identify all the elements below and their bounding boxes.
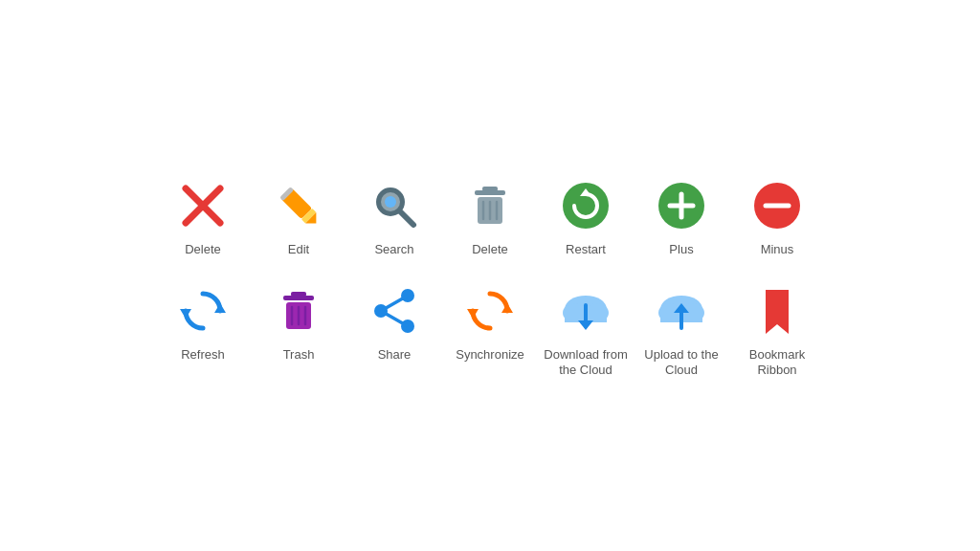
svg-marker-23 <box>214 303 226 313</box>
bookmark-ribbon-icon <box>748 282 806 340</box>
icon-row-2: Refresh Trash <box>155 273 825 385</box>
restart-icon-item[interactable]: Restart <box>538 167 634 263</box>
svg-marker-36 <box>501 303 513 313</box>
upload-cloud-icon <box>653 282 710 340</box>
trash-label: Trash <box>283 347 315 364</box>
restart-icon <box>557 177 614 234</box>
search-icon <box>366 177 423 234</box>
trash-icon-item[interactable]: Trash <box>251 273 346 368</box>
refresh-icon <box>174 282 232 340</box>
synchronize-icon-item[interactable]: Synchronize <box>442 273 538 368</box>
minus-label: Minus <box>761 242 794 258</box>
icon-grid: Delete Edit <box>155 167 825 385</box>
edit-icon-item[interactable]: Edit <box>251 167 346 263</box>
svg-point-8 <box>385 196 396 208</box>
synchronize-label: Synchronize <box>456 347 524 364</box>
search-label: Search <box>374 242 413 258</box>
share-icon <box>366 282 423 340</box>
restart-label: Restart <box>566 242 606 258</box>
download-cloud-icon-item[interactable]: Download from the Cloud <box>538 273 634 385</box>
svg-line-34 <box>381 296 408 311</box>
svg-line-9 <box>400 211 413 225</box>
plus-icon-item[interactable]: Plus <box>634 167 729 263</box>
svg-marker-43 <box>578 320 593 330</box>
svg-marker-24 <box>180 309 191 319</box>
share-label: Share <box>378 347 412 364</box>
edit-icon <box>270 177 327 234</box>
minus-icon-item[interactable]: Minus <box>729 167 825 263</box>
refresh-label: Refresh <box>181 347 225 364</box>
upload-cloud-label: Upload to the Cloud <box>638 347 724 380</box>
delete-label: Delete <box>185 242 221 258</box>
download-cloud-icon <box>557 282 614 340</box>
svg-rect-11 <box>482 187 498 191</box>
edit-label: Edit <box>288 242 309 258</box>
minus-icon <box>748 177 806 234</box>
svg-marker-50 <box>766 290 789 334</box>
delete-icon <box>174 177 232 234</box>
refresh-icon-item[interactable]: Refresh <box>155 273 251 368</box>
svg-marker-37 <box>467 309 479 319</box>
trash-icon <box>270 282 327 340</box>
svg-rect-26 <box>291 292 306 297</box>
icon-row-1: Delete Edit <box>155 167 825 263</box>
search-icon-item[interactable]: Search <box>346 167 442 263</box>
plus-icon <box>653 177 710 234</box>
upload-cloud-icon-item[interactable]: Upload to the Cloud <box>634 273 729 385</box>
bookmark-ribbon-icon-item[interactable]: Bookmark Ribbon <box>729 273 825 385</box>
bookmark-ribbon-label: Bookmark Ribbon <box>734 347 820 380</box>
svg-line-35 <box>381 311 408 326</box>
plus-label: Plus <box>669 242 693 258</box>
download-cloud-label: Download from the Cloud <box>543 347 629 380</box>
delete2-icon-item[interactable]: Delete <box>442 167 538 263</box>
delete2-icon <box>461 177 519 234</box>
share-icon-item[interactable]: Share <box>346 273 442 368</box>
delete2-label: Delete <box>472 242 508 258</box>
synchronize-icon <box>461 282 519 340</box>
delete-icon-item[interactable]: Delete <box>155 167 251 263</box>
